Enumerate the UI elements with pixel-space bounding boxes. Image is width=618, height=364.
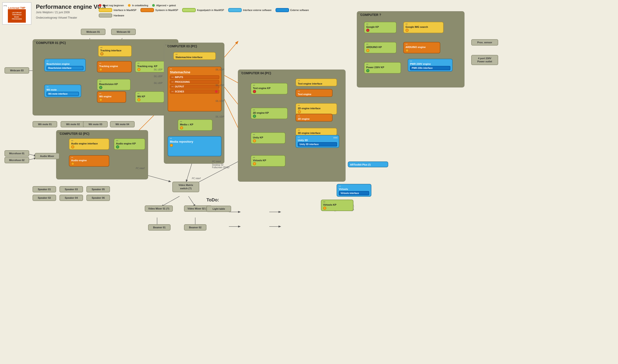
desktop-02-label: Desktop 02 Fullscreen 2D/3D: [212, 164, 229, 169]
audio-mixer-box: Audio Mixer: [35, 153, 59, 159]
statemachine-node: +≡ Statemachine +≡ INPUTS +≡ PROCESSING …: [168, 67, 221, 111]
legend-blue-box: Interface externe software: [228, 8, 271, 12]
tracking-interface-node: +≡ Tracking interface: [98, 45, 132, 57]
page-title: Performance engine V0.3: [36, 3, 106, 10]
speaker-01-box: Speaker 01: [33, 186, 56, 193]
green-dot-legend: [152, 4, 155, 7]
tracking-engine-node: +≡ Tracking engine: [97, 61, 132, 72]
legend-orange-box: Systeem in MaxMSP: [140, 8, 178, 12]
wii-mote-01-box: Wii mote 01: [33, 121, 57, 127]
header: Performance engine V0.3 Joris Weijdom / …: [36, 3, 106, 19]
legend-gray-label: Hardware: [114, 14, 124, 17]
logo-png-label: png: [4, 4, 7, 7]
webcam-03-box: Webcam 03: [4, 67, 29, 74]
wii-engine-node: +≡ Wii engine: [97, 91, 126, 103]
prox-sensor-box: Prox. xensor: [471, 39, 498, 46]
webcam-02-box: Webcam 02: [111, 29, 136, 35]
svg-line-40: [188, 196, 195, 206]
audio-engine-kp-node: +≡ Audio engine KP: [114, 138, 145, 150]
org-label: Onderzoeksgroep Virtueel Theater: [36, 16, 106, 19]
2d-engine-kp-node: +≡ 2D engine KP: [251, 108, 288, 119]
virtools-kp-node: +≡ Virtools KP: [251, 155, 285, 167]
audio-engine-interface-node: +≡ Audio engine interface: [69, 138, 109, 150]
speaker-03-box: Speaker 03: [59, 186, 83, 193]
tracking-eng-kp-node: +≡ Tracking eng. KP: [135, 61, 168, 72]
wii-mote-node: +≡ Wii mote Wii mote interface: [44, 85, 81, 97]
legend-orange-box-label: Systeem in MaxMSP: [155, 9, 178, 12]
reactivision-interface-inner: Reactivision interface: [46, 66, 83, 70]
speaker-06-box: Speaker 06: [86, 195, 110, 201]
pwr-230v-engine-node: +≡ PWR 230V engine PWR 230v interface: [408, 59, 453, 72]
reactivision-kp-node: +≡ Reactivision KP: [97, 79, 131, 90]
microfoon-01-box: Microfoon 01: [4, 150, 29, 156]
sil-udp-2: SIL.UDP: [154, 75, 162, 78]
reactivision-engine-node: +≡ Reactivision engine Reactivision inte…: [44, 59, 86, 72]
video-mixer-01-box: Video Mixer 01 (?): [145, 206, 173, 212]
legend-green-box-label: Koppelpatch in MaxMSP: [197, 9, 224, 12]
legend-bright-blue-label: Externe software: [290, 9, 309, 12]
legend-green-label: Afgerond + getest: [156, 4, 176, 7]
virtools-interface-inner: Virtools interface: [339, 191, 369, 195]
orange-dot: [128, 4, 131, 7]
wii-kp-node: +≡ Wii KP: [135, 91, 164, 103]
power-230v-kp-node: +≡ Power 230V KP: [364, 62, 401, 74]
sil-udp-5: SIL.UDP: [215, 84, 224, 87]
gray-box-icon: [99, 13, 112, 17]
wii-mote-03-box: Wii mote 03: [83, 121, 108, 127]
legend-red: Moet nog beginnen: [99, 4, 124, 7]
sm-scenes: +≡ SCENES: [170, 90, 219, 93]
unity-3d-interface-inner: Unity 3D interface: [298, 142, 337, 146]
sil-udp-7: SIL.UDP: [215, 116, 224, 118]
text-engine-node: +≡ Text engine: [296, 89, 333, 97]
virtools-node: +≡ Virtools Virtools interface: [336, 184, 371, 197]
pc-interf-2: PC interf: [192, 177, 201, 180]
wii-mote-02-box: Wii mote 02: [61, 121, 85, 127]
sm-processing: +≡ PROCESSING: [170, 80, 219, 84]
2d-engine-node: +≡ 2D engine: [296, 114, 333, 122]
bright-blue-box-icon: [276, 8, 289, 12]
virtools-kp-todo-node: +≡ Virtools KP: [321, 200, 353, 211]
computer-04-title: COMPUTER 04 (PC): [242, 71, 271, 75]
artoolkit-node: ARToolkit Plus (!): [348, 161, 388, 167]
media-repository-node: +≡ Media repository: [168, 136, 221, 156]
beamer-01-box: Beamer 01: [148, 224, 171, 231]
wii-mote-interface-inner: Wii mote interface: [46, 92, 79, 96]
text-engine-interface-node: +≡ Text engine interface: [296, 78, 337, 86]
light-table-box: Light table: [206, 206, 231, 212]
sil-udp-4: SIL.UDP: [215, 68, 224, 71]
legend-blue-label: Interface externe software: [243, 9, 271, 12]
svg-line-39: [161, 196, 179, 206]
sm-inputs: +≡ INPUTS: [170, 75, 219, 79]
yellow-box-icon: [99, 8, 112, 12]
pc-interf-3: PC interf: [212, 160, 221, 163]
beamer-02-box: Beamer 02: [184, 224, 206, 231]
audio-engine-node: +≡ Audio engine: [69, 155, 109, 167]
logo: png Lectoraat TMP LECTORAAT THEATRALE MA…: [2, 2, 31, 25]
computer-02-title: COMPUTER 02 (PC): [60, 132, 89, 135]
orange-box-icon: [140, 8, 154, 12]
logo-line2: THEATRALE: [12, 14, 22, 16]
google-img-search-node: +≡ Google IMG search: [403, 22, 444, 33]
computer-q-title: COMPUTER ?: [360, 13, 381, 17]
legend-yellow-label: Interface in MaxMSP: [114, 9, 136, 12]
sm-output: +≡ OUTPUT: [170, 85, 219, 89]
google-kp-node: +≡ Google KP: [364, 22, 397, 33]
legend-bright-blue-box: Externe software: [276, 8, 309, 12]
red-dot: [99, 4, 101, 7]
sil-udp-6: SIL.UDP: [215, 100, 224, 102]
pwr-230v-interface-inner: PWR 230v interface: [410, 66, 450, 70]
arduino-kp-node: +≡ ARDUINO KP: [364, 42, 397, 53]
computer-04-block: +≡ COMPUTER 04 (PC) +≡ Text engine inter…: [238, 69, 346, 182]
legend-orange-label: In ontwikkeling: [132, 4, 148, 7]
text-engine-kp-node: +≡ Text engine KP: [251, 83, 288, 94]
sil-udp-3: SIL.UDP: [154, 82, 162, 84]
blue-box-icon: [228, 8, 242, 12]
green-box-icon: [182, 8, 196, 12]
speaker-05-box: Speaker 05: [86, 186, 110, 193]
osc-label-unity: OSC: [333, 137, 338, 139]
computer-01-title: COMPUTER 01 (PC): [36, 41, 66, 45]
media-r-kp-node: +≡ Media r. KP: [178, 119, 213, 131]
legend-red-label: Moet nog beginnen: [103, 4, 124, 7]
subtitle: Joris Weijdom / 21 juni 2009: [36, 11, 106, 14]
todo-section: ToDo: Light table +≡ Light DMX engine +≡…: [206, 197, 231, 212]
